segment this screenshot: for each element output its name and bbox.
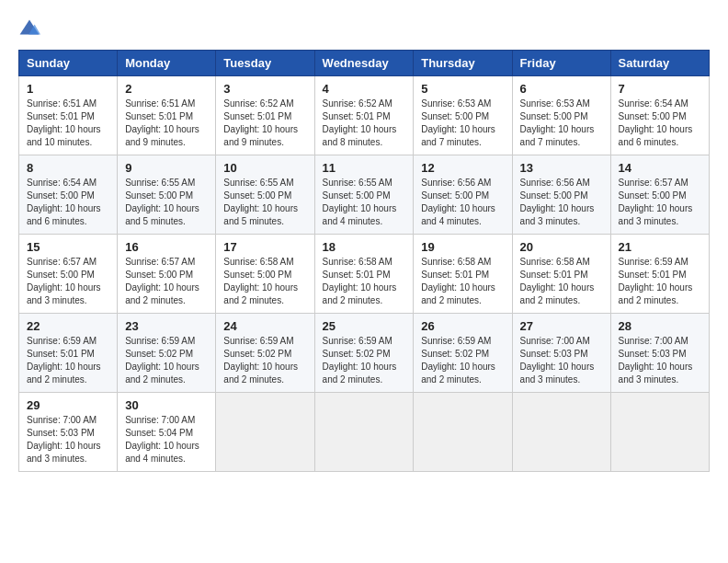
weekday-header: Sunday (19, 51, 118, 76)
day-number: 2 (125, 82, 208, 96)
day-number: 7 (619, 82, 701, 96)
day-info: Sunrise: 6:56 AM Sunset: 5:00 PM Dayligh… (421, 177, 504, 228)
day-number: 6 (520, 82, 603, 96)
weekday-header: Wednesday (314, 51, 414, 76)
calendar-day-cell: 13 Sunrise: 6:56 AM Sunset: 5:00 PM Dayl… (512, 155, 610, 235)
day-number: 8 (27, 161, 109, 175)
weekday-header: Friday (512, 51, 610, 76)
day-info: Sunrise: 7:00 AM Sunset: 5:03 PM Dayligh… (520, 335, 603, 386)
day-info: Sunrise: 6:51 AM Sunset: 5:01 PM Dayligh… (125, 98, 208, 149)
weekday-header: Saturday (610, 51, 709, 76)
day-number: 29 (27, 398, 109, 412)
calendar-week-row: 22 Sunrise: 6:59 AM Sunset: 5:01 PM Dayl… (19, 314, 710, 393)
day-info: Sunrise: 6:52 AM Sunset: 5:01 PM Dayligh… (323, 98, 406, 149)
calendar-week-row: 1 Sunrise: 6:51 AM Sunset: 5:01 PM Dayli… (19, 76, 710, 155)
day-info: Sunrise: 6:51 AM Sunset: 5:01 PM Dayligh… (27, 98, 109, 149)
day-number: 5 (421, 82, 504, 96)
calendar-table: SundayMondayTuesdayWednesdayThursdayFrid… (18, 50, 710, 472)
day-info: Sunrise: 6:55 AM Sunset: 5:00 PM Dayligh… (125, 177, 208, 228)
day-number: 23 (125, 319, 208, 333)
day-number: 11 (323, 161, 406, 175)
calendar-day-cell: 23 Sunrise: 6:59 AM Sunset: 5:02 PM Dayl… (118, 314, 216, 393)
day-number: 20 (520, 240, 603, 254)
day-number: 27 (520, 319, 603, 333)
calendar-day-cell: 19 Sunrise: 6:58 AM Sunset: 5:01 PM Dayl… (414, 235, 512, 314)
day-info: Sunrise: 6:59 AM Sunset: 5:01 PM Dayligh… (619, 256, 701, 307)
calendar-day-cell: 16 Sunrise: 6:57 AM Sunset: 5:00 PM Dayl… (118, 235, 216, 314)
calendar-day-cell (216, 393, 314, 472)
day-info: Sunrise: 7:00 AM Sunset: 5:03 PM Dayligh… (619, 335, 701, 386)
calendar-day-cell: 11 Sunrise: 6:55 AM Sunset: 5:00 PM Dayl… (314, 155, 414, 235)
calendar-header-row: SundayMondayTuesdayWednesdayThursdayFrid… (19, 51, 710, 76)
day-number: 10 (223, 161, 306, 175)
day-info: Sunrise: 6:56 AM Sunset: 5:00 PM Dayligh… (520, 177, 603, 228)
day-info: Sunrise: 6:52 AM Sunset: 5:01 PM Dayligh… (223, 98, 306, 149)
day-number: 24 (223, 319, 306, 333)
calendar-day-cell (414, 393, 512, 472)
day-info: Sunrise: 6:53 AM Sunset: 5:00 PM Dayligh… (520, 98, 603, 149)
calendar-day-cell: 21 Sunrise: 6:59 AM Sunset: 5:01 PM Dayl… (610, 235, 709, 314)
calendar-day-cell: 30 Sunrise: 7:00 AM Sunset: 5:04 PM Dayl… (118, 393, 216, 472)
calendar-day-cell: 28 Sunrise: 7:00 AM Sunset: 5:03 PM Dayl… (610, 314, 709, 393)
day-info: Sunrise: 7:00 AM Sunset: 5:04 PM Dayligh… (125, 414, 208, 465)
day-info: Sunrise: 6:57 AM Sunset: 5:00 PM Dayligh… (27, 256, 109, 307)
day-number: 26 (421, 319, 504, 333)
calendar-day-cell: 10 Sunrise: 6:55 AM Sunset: 5:00 PM Dayl… (216, 155, 314, 235)
day-number: 21 (619, 240, 701, 254)
day-number: 3 (223, 82, 306, 96)
calendar-week-row: 15 Sunrise: 6:57 AM Sunset: 5:00 PM Dayl… (19, 235, 710, 314)
calendar-day-cell: 14 Sunrise: 6:57 AM Sunset: 5:00 PM Dayl… (610, 155, 709, 235)
calendar-week-row: 29 Sunrise: 7:00 AM Sunset: 5:03 PM Dayl… (19, 393, 710, 472)
day-info: Sunrise: 6:57 AM Sunset: 5:00 PM Dayligh… (619, 177, 701, 228)
day-info: Sunrise: 6:59 AM Sunset: 5:02 PM Dayligh… (223, 335, 306, 386)
day-number: 16 (125, 240, 208, 254)
day-info: Sunrise: 6:55 AM Sunset: 5:00 PM Dayligh… (223, 177, 306, 228)
day-info: Sunrise: 6:59 AM Sunset: 5:01 PM Dayligh… (27, 335, 109, 386)
day-number: 4 (323, 82, 406, 96)
day-info: Sunrise: 6:53 AM Sunset: 5:00 PM Dayligh… (421, 98, 504, 149)
calendar-day-cell: 2 Sunrise: 6:51 AM Sunset: 5:01 PM Dayli… (118, 76, 216, 155)
logo-icon (18, 18, 40, 40)
calendar-day-cell: 24 Sunrise: 6:59 AM Sunset: 5:02 PM Dayl… (216, 314, 314, 393)
calendar-day-cell: 1 Sunrise: 6:51 AM Sunset: 5:01 PM Dayli… (19, 76, 118, 155)
calendar-day-cell: 5 Sunrise: 6:53 AM Sunset: 5:00 PM Dayli… (414, 76, 512, 155)
day-number: 22 (27, 319, 109, 333)
calendar-day-cell: 15 Sunrise: 6:57 AM Sunset: 5:00 PM Dayl… (19, 235, 118, 314)
calendar-day-cell: 20 Sunrise: 6:58 AM Sunset: 5:01 PM Dayl… (512, 235, 610, 314)
day-number: 9 (125, 161, 208, 175)
day-number: 1 (27, 82, 109, 96)
day-info: Sunrise: 6:54 AM Sunset: 5:00 PM Dayligh… (27, 177, 109, 228)
day-number: 28 (619, 319, 701, 333)
calendar-day-cell (314, 393, 414, 472)
calendar-day-cell: 3 Sunrise: 6:52 AM Sunset: 5:01 PM Dayli… (216, 76, 314, 155)
day-info: Sunrise: 6:58 AM Sunset: 5:00 PM Dayligh… (223, 256, 306, 307)
calendar-day-cell: 26 Sunrise: 6:59 AM Sunset: 5:02 PM Dayl… (414, 314, 512, 393)
calendar-day-cell: 9 Sunrise: 6:55 AM Sunset: 5:00 PM Dayli… (118, 155, 216, 235)
day-info: Sunrise: 7:00 AM Sunset: 5:03 PM Dayligh… (27, 414, 109, 465)
day-info: Sunrise: 6:58 AM Sunset: 5:01 PM Dayligh… (520, 256, 603, 307)
calendar-day-cell: 7 Sunrise: 6:54 AM Sunset: 5:00 PM Dayli… (610, 76, 709, 155)
calendar-day-cell: 6 Sunrise: 6:53 AM Sunset: 5:00 PM Dayli… (512, 76, 610, 155)
calendar-day-cell: 25 Sunrise: 6:59 AM Sunset: 5:02 PM Dayl… (314, 314, 414, 393)
weekday-header: Tuesday (216, 51, 314, 76)
calendar-day-cell: 22 Sunrise: 6:59 AM Sunset: 5:01 PM Dayl… (19, 314, 118, 393)
day-info: Sunrise: 6:59 AM Sunset: 5:02 PM Dayligh… (421, 335, 504, 386)
page-header (18, 18, 710, 40)
day-info: Sunrise: 6:59 AM Sunset: 5:02 PM Dayligh… (323, 335, 406, 386)
logo (18, 18, 44, 40)
calendar-day-cell: 27 Sunrise: 7:00 AM Sunset: 5:03 PM Dayl… (512, 314, 610, 393)
day-number: 17 (223, 240, 306, 254)
weekday-header: Monday (118, 51, 216, 76)
calendar-day-cell: 8 Sunrise: 6:54 AM Sunset: 5:00 PM Dayli… (19, 155, 118, 235)
day-number: 15 (27, 240, 109, 254)
weekday-header: Thursday (414, 51, 512, 76)
day-info: Sunrise: 6:58 AM Sunset: 5:01 PM Dayligh… (323, 256, 406, 307)
calendar-day-cell (512, 393, 610, 472)
day-number: 25 (323, 319, 406, 333)
day-info: Sunrise: 6:55 AM Sunset: 5:00 PM Dayligh… (323, 177, 406, 228)
day-number: 30 (125, 398, 208, 412)
calendar-day-cell: 17 Sunrise: 6:58 AM Sunset: 5:00 PM Dayl… (216, 235, 314, 314)
calendar-day-cell: 18 Sunrise: 6:58 AM Sunset: 5:01 PM Dayl… (314, 235, 414, 314)
day-number: 19 (421, 240, 504, 254)
day-info: Sunrise: 6:59 AM Sunset: 5:02 PM Dayligh… (125, 335, 208, 386)
